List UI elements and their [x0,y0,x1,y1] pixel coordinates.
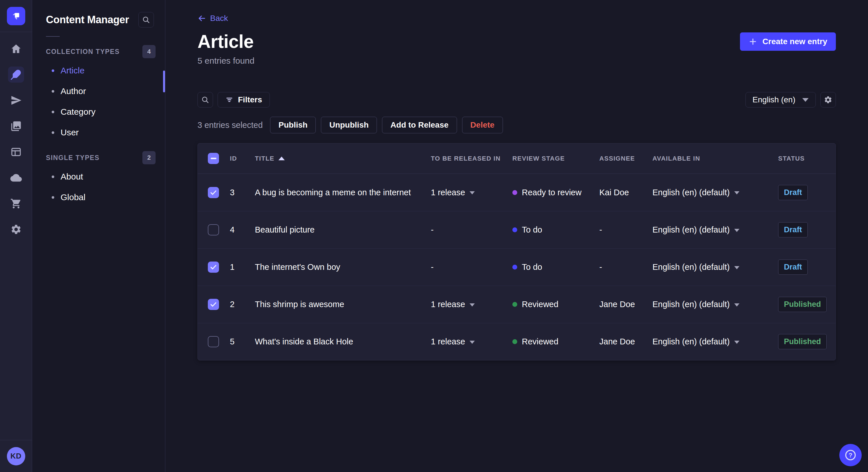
subnav-scrollbar-thumb[interactable] [163,71,165,92]
column-header-to-be-released-in[interactable]: TO BE RELEASED IN [431,155,513,162]
table-row[interactable]: 2This shrimp is awesome1 releaseReviewed… [198,285,836,323]
column-header-review-stage[interactable]: REVIEW STAGE [513,155,599,162]
column-header-label: REVIEW STAGE [513,155,565,162]
stage-label: Ready to review [522,188,582,197]
content-manager-sidebar: Content Manager COLLECTION TYPES4Article… [32,0,165,472]
cell-release[interactable]: 1 release [431,300,513,309]
cell-review-stage: To do [513,225,599,235]
add-to-release-button[interactable]: Add to Release [382,117,457,133]
sidebar-item-label: Category [61,107,96,117]
unpublish-button[interactable]: Unpublish [321,117,377,133]
settings-gear-icon[interactable] [8,222,24,237]
main-nav-rail: KD [0,0,32,472]
table-body: 3A bug is becoming a meme on the interne… [198,174,836,360]
cell-release: - [431,262,513,272]
home-icon[interactable] [8,41,24,57]
stage-label: To do [522,262,542,272]
filters-button[interactable]: Filters [218,92,270,107]
cell-release[interactable]: 1 release [431,188,513,197]
section-label: SINGLE TYPES [46,154,100,162]
column-header-title[interactable]: TITLE [255,155,431,162]
sidebar-item-category[interactable]: Category [32,102,165,122]
sidebar-item-user[interactable]: User [32,122,165,143]
cell-locale[interactable]: English (en) (default) [652,337,778,346]
table-row[interactable]: 4Beautiful picture-To do-English (en) (d… [198,211,836,248]
bullet-icon [52,196,54,199]
column-header-label: TO BE RELEASED IN [431,155,501,162]
back-label: Back [210,14,228,23]
content-manager-icon[interactable] [8,67,24,82]
column-header-label: ASSIGNEE [599,155,635,162]
status-badge: Draft [778,222,808,237]
cell-release[interactable]: 1 release [431,337,513,346]
cell-assignee: Jane Doe [599,337,652,346]
media-library-icon[interactable] [8,118,24,134]
locale-label: English (en) (default) [652,188,730,197]
sidebar-item-article[interactable]: Article [32,60,165,81]
entries-count-subtitle: 5 entries found [197,56,836,66]
table-row[interactable]: 5What's inside a Black Hole1 releaseRevi… [198,323,836,360]
cell-review-stage: Reviewed [513,300,599,309]
column-header-status[interactable]: STATUS [778,155,836,162]
cell-assignee: Kai Doe [599,188,652,197]
locale-select[interactable]: English (en) [745,92,816,107]
svg-text:?: ? [848,452,852,459]
cell-id: 1 [230,262,255,272]
release-label: 1 release [431,337,465,346]
row-checkbox[interactable] [208,224,219,235]
sidebar-divider [46,36,60,37]
deploy-cloud-icon[interactable] [8,170,24,186]
row-checkbox[interactable] [208,187,219,198]
filters-label: Filters [238,95,262,104]
view-settings-button[interactable] [820,92,836,107]
locale-label: English (en) (default) [652,225,730,235]
chevron-down-icon [734,341,739,344]
table-row[interactable]: 3A bug is becoming a meme on the interne… [198,174,836,211]
cell-status: Draft [778,260,836,275]
back-link[interactable]: Back [197,14,228,23]
column-header-available-in[interactable]: AVAILABLE IN [652,155,778,162]
stage-dot [513,227,517,232]
stage-dot [513,302,517,307]
sidebar-item-global[interactable]: Global [32,187,165,208]
cell-id: 5 [230,337,255,346]
cell-locale[interactable]: English (en) (default) [652,188,778,197]
column-header-label: TITLE [255,155,274,162]
cell-status: Published [778,334,836,349]
delete-button[interactable]: Delete [462,117,503,133]
sidebar-item-author[interactable]: Author [32,81,165,102]
column-header-id[interactable]: ID [230,155,255,162]
cell-locale[interactable]: English (en) (default) [652,225,778,235]
help-button[interactable]: ? [839,444,862,466]
marketplace-cart-icon[interactable] [8,196,24,212]
cell-locale[interactable]: English (en) (default) [652,300,778,309]
releases-plane-icon[interactable] [8,92,24,108]
cell-id: 2 [230,300,255,309]
chevron-down-icon [470,341,475,344]
column-header-assignee[interactable]: ASSIGNEE [599,155,652,162]
profile-area: KD [0,440,32,472]
table-header-row: IDTITLETO BE RELEASED INREVIEW STAGEASSI… [198,143,836,174]
content-type-builder-icon[interactable] [8,144,24,160]
main-content: Back Article Create new entry 5 entries … [165,0,868,472]
release-label: 1 release [431,188,465,197]
cell-review-stage: To do [513,262,599,272]
create-new-entry-button[interactable]: Create new entry [740,32,836,51]
select-all-checkbox[interactable] [208,153,219,164]
row-checkbox[interactable] [208,262,219,273]
locale-label: English (en) (default) [652,300,730,309]
row-checkbox[interactable] [208,299,219,310]
sidebar-item-label: Article [61,66,84,75]
sidebar-item-about[interactable]: About [32,166,165,187]
publish-button[interactable]: Publish [270,117,316,133]
filter-icon [225,96,234,104]
search-button[interactable] [197,92,213,107]
cell-locale[interactable]: English (en) (default) [652,262,778,272]
table-row[interactable]: 1The internet's Own boy-To do-English (e… [198,248,836,285]
strapi-logo[interactable] [7,7,25,25]
row-checkbox[interactable] [208,336,219,347]
user-avatar[interactable]: KD [7,447,25,465]
cell-title: The internet's Own boy [255,262,431,272]
sidebar-search-button[interactable] [138,12,154,28]
bullet-icon [52,131,54,134]
